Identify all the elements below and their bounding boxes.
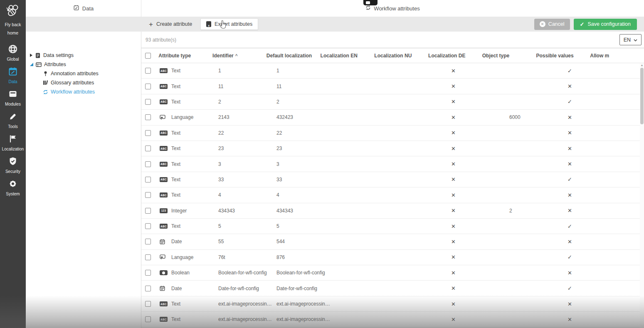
text-type-icon: ABC (160, 99, 168, 104)
row-checkbox[interactable] (145, 177, 151, 182)
object-type-cell: ✕ (451, 239, 509, 245)
calendar-edit-icon (8, 67, 18, 78)
tree-item-data-settings[interactable]: Data settings (26, 51, 141, 60)
row-checkbox[interactable] (145, 114, 151, 120)
identifier-cell: ext.ai-imageprocessing… (218, 316, 276, 322)
table-row: ABCText 11 11 ✕ ✕ (141, 79, 644, 94)
sidebar-item-label: Data (8, 79, 17, 84)
text-type-icon: ABC (160, 224, 168, 229)
tree-item-workflow-attributes[interactable]: Workflow attributes (26, 87, 141, 96)
integer-type-icon: 123 (160, 208, 168, 213)
default-localization-cell: ext.ai-imageprocessing… (276, 301, 335, 307)
flag-icon (8, 134, 18, 146)
identifier-cell: 434343 (218, 208, 276, 214)
row-checkbox[interactable] (145, 161, 151, 167)
row-checkbox[interactable] (145, 239, 151, 244)
object-type-cell: ✕ (451, 146, 509, 152)
row-checkbox[interactable] (145, 84, 151, 89)
row-checkbox[interactable] (145, 99, 151, 105)
create-attribute-button[interactable]: + Create attribute (149, 21, 192, 28)
cancel-button[interactable]: ✕ Cancel (534, 19, 570, 30)
tree-item-glossary-attributes[interactable]: Glossary attributes (26, 78, 141, 87)
sidebar-item-data[interactable]: Data (0, 67, 26, 84)
row-checkbox[interactable] (145, 208, 151, 214)
row-checkbox[interactable] (145, 146, 151, 151)
column-header-attribute-type[interactable]: Attribute type (158, 53, 212, 59)
sidebar-item-label: Security (5, 169, 20, 174)
allow-multiple-cell: ✓ (568, 223, 626, 229)
modules-icon (8, 89, 18, 101)
pin-icon (42, 71, 48, 76)
column-header-allow-multiple[interactable]: Allow m (590, 53, 644, 59)
object-type-cell: ✕ (451, 68, 509, 74)
language-selector[interactable]: EN (619, 34, 642, 45)
attribute-type-cell: Boolean (160, 270, 218, 276)
identifier-cell: 2143 (218, 114, 276, 120)
panel-header: Data (26, 0, 141, 17)
row-checkbox[interactable] (145, 286, 151, 291)
row-checkbox[interactable] (145, 130, 151, 136)
scrollbar-thumb[interactable] (640, 68, 644, 124)
bee-logo-icon (5, 4, 21, 19)
sidebar-item-global[interactable]: Global (0, 44, 26, 62)
attribute-type-cell: ABCText (160, 161, 218, 167)
table-row: Boolean Boolean-for-wfl-config Boolean-f… (141, 265, 644, 281)
column-header-localization-en[interactable]: Localization EN (321, 53, 375, 59)
date-type-icon (160, 286, 165, 291)
date-type-icon (160, 239, 165, 244)
object-type-cell: ✕ (451, 207, 509, 214)
identifier-cell: 4 (218, 192, 276, 198)
sidebar-item-localization[interactable]: Localization (0, 134, 26, 151)
row-checkbox[interactable] (145, 192, 151, 198)
row-checkbox[interactable] (145, 270, 151, 276)
column-header-localization-nu[interactable]: Localization NU (374, 53, 428, 59)
scroll-up-arrow-icon[interactable]: ▲ (640, 64, 644, 67)
object-type-cell: ✕ (451, 161, 509, 167)
column-header-identifier[interactable]: Identifier^ (212, 53, 266, 59)
table-row: ABCText 22 22 ✕ ✕ (141, 126, 644, 141)
sidebar-home-label: Fly back home (2, 21, 24, 37)
row-checkbox[interactable] (145, 223, 151, 229)
sidebar-item-home[interactable]: Fly back home (2, 4, 24, 37)
sidebar-item-label: Localization (2, 147, 24, 151)
allow-multiple-cell: ✕ (568, 161, 626, 167)
caret-expanded-icon[interactable] (30, 63, 33, 66)
sidebar-item-modules[interactable]: Modules (0, 89, 26, 106)
column-header-possible-values[interactable]: Possible values (536, 53, 590, 59)
globe-icon (8, 44, 18, 56)
row-checkbox[interactable] (145, 254, 151, 260)
allow-multiple-cell: ✓ (568, 285, 626, 291)
select-all-checkbox[interactable] (145, 53, 151, 59)
export-attributes-button[interactable]: x Export attributes (200, 18, 258, 30)
row-checkbox[interactable] (145, 68, 151, 74)
table-row: Language 76t 876 ✕ ✓ (141, 250, 644, 265)
sidebar-item-label: System (6, 192, 20, 196)
sidebar-item-system[interactable]: System (0, 179, 26, 196)
attribute-type-cell: ABCText (160, 130, 218, 136)
page-title: Workflow attributes (374, 5, 419, 12)
column-header-object-type[interactable]: Object type (482, 53, 536, 59)
tree-item-label: Glossary attributes (51, 80, 94, 86)
table-row: ABCText 4 4 ✕ ✕ (141, 187, 644, 203)
tree-item-attributes[interactable]: Attributes (26, 60, 141, 69)
column-header-localization-de[interactable]: Localization DE (428, 53, 482, 59)
caret-right-icon[interactable] (30, 54, 32, 57)
identifier-cell: Date-for-wfl-config (218, 286, 276, 291)
save-configuration-button[interactable]: ✓ Save configuration (574, 19, 637, 30)
tree-item-annotation-attributes[interactable]: Annotation attributes (26, 69, 141, 78)
default-localization-cell: 2 (276, 99, 335, 105)
sidebar-item-tools[interactable]: Tools (0, 111, 26, 129)
identifier-cell: 76t (218, 254, 276, 260)
identifier-cell: 23 (218, 146, 276, 151)
gear-icon (8, 179, 18, 190)
overlay-tooltip (363, 0, 378, 5)
column-header-default-localization[interactable]: Default localization (266, 53, 321, 59)
attributes-table-area: 93 attribute(s) EN Attribute type Identi… (141, 32, 644, 328)
default-localization-cell: 432423 (276, 114, 335, 120)
vertical-scrollbar[interactable]: ▲ (640, 63, 644, 328)
row-checkbox[interactable] (145, 316, 151, 322)
row-checkbox[interactable] (145, 301, 151, 307)
sidebar-item-security[interactable]: Security (0, 156, 26, 174)
chevron-down-icon (634, 37, 637, 43)
object-type-cell: ✕ (451, 254, 509, 260)
